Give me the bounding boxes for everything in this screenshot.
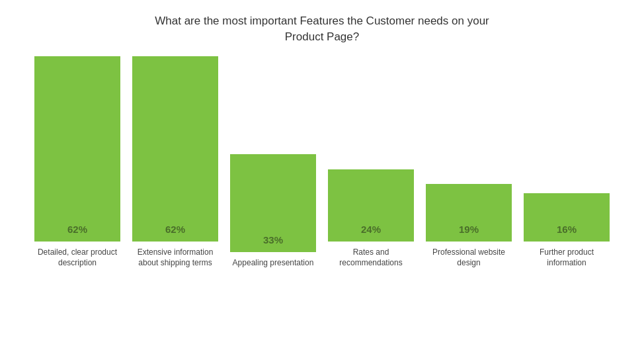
bar-professional: 19% [426, 184, 512, 242]
bar-label-detailed-desc: 62% [67, 224, 87, 235]
bar-wrapper-appealing: 33% [230, 60, 316, 252]
bar-wrapper-further: 16% [524, 57, 610, 242]
bar-label-rates: 24% [361, 224, 381, 235]
bar-caption-rates: Rates and recommendations [328, 247, 414, 268]
bar-wrapper-rates: 24% [328, 57, 414, 242]
bar-group-rates: 24%Rates and recommendations [328, 57, 414, 269]
bar-group-appealing: 33%Appealing presentation [230, 57, 316, 269]
bar-caption-appealing: Appealing presentation [230, 257, 316, 268]
chart-area: 62%Detailed, clear product description62… [7, 57, 637, 269]
bar-wrapper-shipping-info: 62% [132, 56, 218, 242]
bar-caption-detailed-desc: Detailed, clear product description [34, 247, 120, 268]
bar-caption-professional: Professional website design [426, 247, 512, 268]
bar-label-appealing: 33% [263, 234, 283, 245]
bar-group-shipping-info: 62%Extensive information about shipping … [132, 57, 218, 269]
bar-appealing: 33% [230, 154, 316, 252]
bar-group-detailed-desc: 62%Detailed, clear product description [34, 57, 120, 269]
bar-wrapper-detailed-desc: 62% [34, 56, 120, 242]
bar-group-further: 16%Further product information [524, 57, 610, 269]
chart-title-line2: Product Page? [285, 30, 359, 43]
bar-label-further: 16% [557, 224, 577, 235]
bar-rates: 24% [328, 169, 414, 242]
bar-group-professional: 19%Professional website design [426, 57, 512, 269]
bar-shipping-info: 62% [132, 56, 218, 242]
bar-caption-shipping-info: Extensive information about shipping ter… [132, 247, 218, 268]
bar-detailed-desc: 62% [34, 56, 120, 242]
bar-label-shipping-info: 62% [165, 224, 185, 235]
bar-further: 16% [524, 193, 610, 242]
chart-title-line1: What are the most important Features the… [155, 15, 489, 27]
chart-title: What are the most important Features the… [155, 13, 489, 45]
bar-caption-further: Further product information [524, 247, 610, 268]
bar-wrapper-professional: 19% [426, 57, 512, 242]
bar-label-professional: 19% [459, 224, 479, 235]
